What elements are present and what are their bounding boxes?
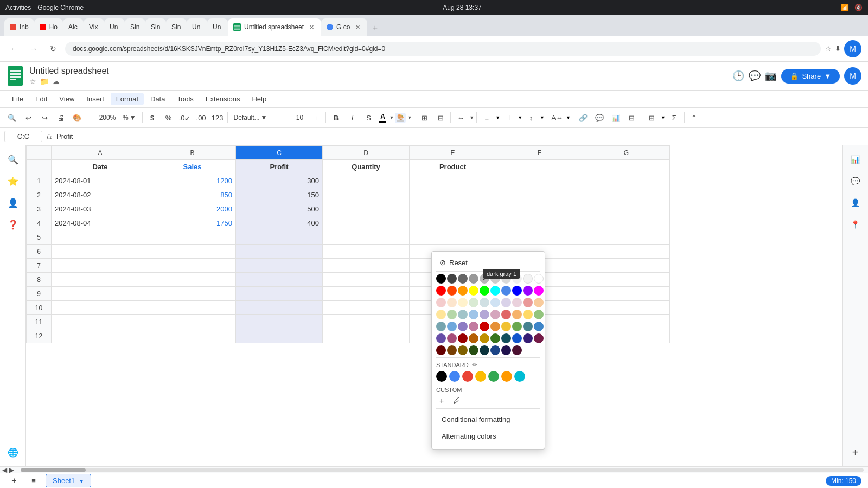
menu-view[interactable]: View xyxy=(54,93,80,105)
std-swatch-green[interactable] xyxy=(488,371,499,382)
std-swatch-red[interactable] xyxy=(462,371,473,382)
fill-color-button[interactable]: 🎨 xyxy=(395,113,406,123)
swatch-dark-gray-4[interactable] xyxy=(447,274,457,284)
cell-E4[interactable] xyxy=(410,216,496,230)
collapse-toolbar-button[interactable]: ⌃ xyxy=(687,110,702,125)
swatch-s3-1[interactable] xyxy=(436,298,446,307)
tab-sin2[interactable]: Sin xyxy=(145,18,166,36)
swatch-s4-10[interactable] xyxy=(534,310,544,319)
zoom-input[interactable]: 200% xyxy=(93,114,122,121)
swatch-r10[interactable] xyxy=(534,286,544,296)
swatch-s3-2[interactable] xyxy=(447,298,457,307)
col-header-F[interactable]: F xyxy=(496,146,583,160)
comment-icon[interactable]: 💬 xyxy=(749,70,761,82)
col-header-G[interactable]: G xyxy=(583,146,670,160)
swatch-s6-3[interactable] xyxy=(458,333,468,343)
scroll-track[interactable] xyxy=(21,468,864,472)
text-dir-chevron[interactable]: ▼ xyxy=(566,115,571,120)
std-swatch-cyan[interactable] xyxy=(514,371,525,382)
activities-label[interactable]: Activities xyxy=(5,4,31,11)
cell-B1[interactable]: 1200 xyxy=(149,174,236,188)
cell-G2[interactable] xyxy=(583,188,670,202)
font-size-input[interactable]: 10 xyxy=(292,114,307,121)
swatch-r9[interactable] xyxy=(523,286,533,296)
sheet-list-button[interactable]: ≡ xyxy=(26,473,41,489)
strikethrough-button[interactable]: S xyxy=(361,110,376,125)
swatch-s7-4[interactable] xyxy=(469,345,478,355)
close-gco-button[interactable]: ✕ xyxy=(353,23,362,31)
swatch-s7-5[interactable] xyxy=(480,345,489,355)
horizontal-scrollbar[interactable]: ◀ ▶ xyxy=(0,466,868,473)
cell-D2[interactable] xyxy=(323,188,410,202)
formula-input[interactable]: Profit xyxy=(56,132,864,140)
swatch-s6-10[interactable] xyxy=(534,333,544,343)
cell-G-header[interactable] xyxy=(583,160,670,174)
add-sheet-button[interactable]: + xyxy=(7,473,22,489)
swatch-gray[interactable] xyxy=(490,274,500,284)
swatch-s5-8[interactable] xyxy=(512,322,522,331)
tab-inb[interactable]: Inb xyxy=(4,18,34,36)
cell-C1[interactable]: 300 xyxy=(236,174,323,188)
fill-color-chevron[interactable]: ▼ xyxy=(407,115,412,120)
cell-C2[interactable]: 150 xyxy=(236,188,323,202)
swatch-s7-1[interactable] xyxy=(436,345,446,355)
merge-button[interactable]: ⊟ xyxy=(433,110,448,125)
valign-chevron[interactable]: ▼ xyxy=(518,115,522,120)
swatch-s3-10[interactable] xyxy=(534,298,544,307)
decrease-decimal-button[interactable]: .0↙ xyxy=(177,110,193,125)
filter-button[interactable]: ⊟ xyxy=(624,110,640,125)
cell-D3[interactable] xyxy=(323,202,410,216)
swatch-s6-7[interactable] xyxy=(501,333,511,343)
swatch-r8[interactable] xyxy=(512,286,522,296)
swatch-s4-7[interactable] xyxy=(501,310,511,319)
text-color-chevron[interactable]: ▼ xyxy=(389,115,394,120)
cell-G3[interactable] xyxy=(583,202,670,216)
alternating-colors-button[interactable]: Alternating colors xyxy=(436,428,540,445)
cell-F2[interactable] xyxy=(496,188,583,202)
sidebar-question-icon[interactable]: ❓ xyxy=(3,215,23,234)
swatch-s5-2[interactable] xyxy=(447,322,457,331)
conditional-formatting-button[interactable]: Conditional formatting xyxy=(436,411,540,428)
swatch-light-gray-1[interactable] xyxy=(523,274,533,284)
cell-A3[interactable]: 2024-08-03 xyxy=(52,202,149,216)
sheets-title[interactable]: Untitled spreadsheet xyxy=(29,66,727,76)
menu-extensions[interactable]: Extensions xyxy=(200,93,246,105)
increase-decimal-button[interactable]: .00 xyxy=(194,110,209,125)
menu-data[interactable]: Data xyxy=(145,93,170,105)
swatch-s4-2[interactable] xyxy=(447,310,457,319)
move-icon[interactable]: 📁 xyxy=(40,77,49,86)
swatch-s4-9[interactable] xyxy=(523,310,533,319)
swatch-dark-gray-1[interactable] xyxy=(480,274,489,284)
table-chevron[interactable]: ▼ xyxy=(661,115,666,120)
chart-button[interactable]: 📊 xyxy=(608,110,623,125)
borders-button[interactable]: ⊞ xyxy=(417,110,432,125)
swatch-s6-1[interactable] xyxy=(436,333,446,343)
cell-B3[interactable]: 2000 xyxy=(149,202,236,216)
download-icon[interactable]: ⬇ xyxy=(835,44,841,53)
std-swatch-black[interactable] xyxy=(436,371,447,382)
sidebar-explore-right[interactable]: 📊 xyxy=(846,150,865,169)
cell-E-header[interactable]: Product xyxy=(410,160,496,174)
link-button[interactable]: 🔗 xyxy=(576,110,591,125)
swatch-s3-6[interactable] xyxy=(490,298,500,307)
col-header-C[interactable]: C xyxy=(236,146,323,160)
table-btn[interactable]: ⊞ xyxy=(644,110,660,125)
percent-button[interactable]: % xyxy=(161,110,176,125)
rotate-chevron[interactable]: ▼ xyxy=(540,115,545,120)
sheet-tab-sheet1[interactable]: Sheet1 ▼ xyxy=(46,474,91,487)
swatch-s5-10[interactable] xyxy=(534,322,544,331)
add-custom-color-button[interactable]: + xyxy=(436,395,447,406)
user-avatar-sheets[interactable]: M xyxy=(844,67,861,85)
swatch-s3-4[interactable] xyxy=(469,298,478,307)
share-button[interactable]: 🔒 Share ▼ xyxy=(781,69,840,84)
tab-un1[interactable]: Un xyxy=(104,18,125,36)
zoom-dropdown[interactable]: 200% % ▼ xyxy=(90,110,140,125)
menu-help[interactable]: Help xyxy=(246,93,272,105)
cell-B2[interactable]: 850 xyxy=(149,188,236,202)
std-swatch-blue[interactable] xyxy=(449,371,460,382)
swatch-s4-1[interactable] xyxy=(436,310,446,319)
back-button[interactable]: ← xyxy=(7,41,22,56)
swatch-r6[interactable] xyxy=(490,286,500,296)
cell-A2[interactable]: 2024-08-02 xyxy=(52,188,149,202)
cell-A4[interactable]: 2024-08-04 xyxy=(52,216,149,230)
